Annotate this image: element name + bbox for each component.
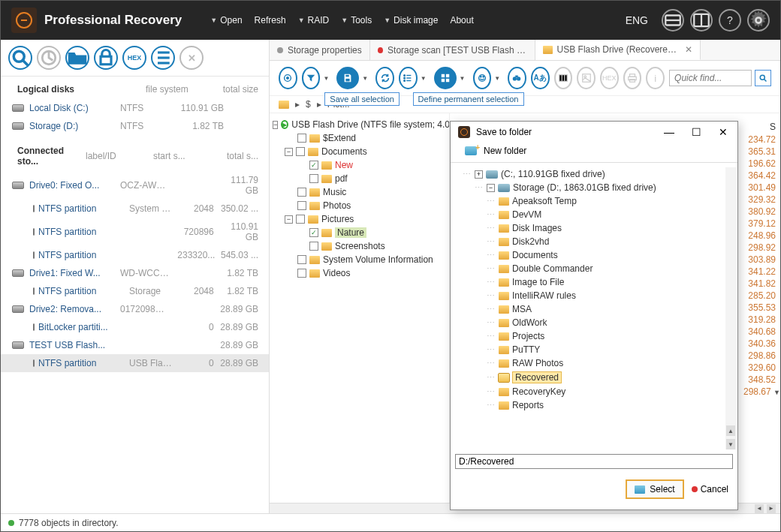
info-icon[interactable]: i (646, 67, 665, 89)
dialog-folder-row[interactable]: ⋯Image to File (487, 275, 734, 289)
dialog-folder-row[interactable]: ⋯MSA (487, 302, 734, 316)
tab[interactable]: USB Flash Drive (Recovered a...✕ (535, 40, 701, 60)
dialog-drive-row[interactable]: ⋯−Storage (D:, 1863.01GB fixed drive) (475, 181, 734, 194)
checkbox[interactable] (297, 188, 306, 197)
expand-icon[interactable]: + (475, 170, 483, 179)
scroll-down-icon[interactable]: ▼ (726, 439, 735, 449)
target-icon[interactable] (279, 67, 297, 89)
menu-tools[interactable]: ▼Tools (335, 12, 378, 29)
checkbox[interactable] (297, 255, 306, 264)
binoculars-icon[interactable] (508, 67, 526, 89)
partition-row[interactable]: NTFS partitionStorage20481.82 TB (1, 282, 269, 300)
tab[interactable]: Storage properties (270, 40, 370, 60)
tree-item[interactable]: −Pictures (285, 212, 446, 226)
language-button[interactable]: ENG (626, 14, 648, 26)
partition-row[interactable]: NTFS partitionUSB Flash ...028.89 GB (1, 354, 269, 372)
dialog-folder-row[interactable]: ⋯Recovered (487, 370, 734, 385)
collapse-icon[interactable]: − (273, 121, 278, 129)
hex-icon[interactable]: HEX (122, 46, 146, 70)
tree-item[interactable]: ✓Nature (297, 226, 446, 239)
new-folder-button[interactable]: New folder (451, 143, 737, 162)
dropdown-icon[interactable]: ▼ (421, 75, 427, 82)
select-button[interactable]: Select (626, 479, 683, 499)
tab[interactable]: Storage scan [TEST USB Flash Driv... (370, 40, 535, 60)
dropdown-icon[interactable]: ▼ (494, 75, 500, 82)
maximize-button[interactable]: ☐ (689, 126, 703, 138)
dropdown-icon[interactable]: ▼ (323, 75, 329, 82)
close-icon[interactable]: ✕ (179, 46, 204, 70)
drive-row[interactable]: TEST USB Flash...28.89 GB (1, 336, 269, 354)
quick-find-button[interactable] (755, 70, 771, 86)
tree-item[interactable]: Photos (285, 199, 446, 212)
save-button[interactable] (336, 67, 359, 89)
checkbox[interactable] (296, 147, 305, 156)
partition-row[interactable]: NTFS partition233320...545.03 ... (1, 246, 269, 264)
mask-icon[interactable] (473, 67, 492, 89)
checkbox[interactable]: ✓ (309, 228, 318, 237)
drive-row[interactable]: Drive1: Fixed W...WD-WCC1...1.82 TB (1, 264, 269, 282)
columns-icon[interactable] (554, 67, 573, 89)
dialog-folder-row[interactable]: ⋯Apeaksoft Temp (487, 194, 734, 208)
checkbox[interactable] (309, 242, 318, 251)
drive-row[interactable]: Drive0: Fixed O...OCZ-AWNZ...111.79 GB (1, 171, 269, 200)
dropdown-icon[interactable]: ▼ (460, 75, 466, 82)
view-split-button[interactable] (690, 9, 713, 32)
dialog-folder-row[interactable]: ⋯Disk Images (487, 221, 734, 235)
dialog-folder-row[interactable]: ⋯Projects (487, 329, 734, 343)
text-case-icon[interactable]: Aあ (531, 67, 550, 89)
view-card-button[interactable] (662, 9, 684, 32)
checkbox[interactable] (297, 201, 306, 210)
close-button[interactable]: ✕ (716, 126, 730, 138)
checklist-icon[interactable] (399, 67, 418, 89)
menu-open[interactable]: ▼Open (204, 12, 248, 29)
dialog-folder-row[interactable]: ⋯OldWork (487, 316, 734, 329)
tab-close-icon[interactable]: ✕ (685, 44, 692, 55)
menu-raid[interactable]: ▼RAID (292, 12, 336, 29)
checkbox[interactable] (297, 269, 306, 278)
quick-find-input[interactable] (669, 70, 752, 86)
checkbox[interactable] (297, 134, 306, 143)
dialog-folder-row[interactable]: ⋯Disk2vhd (487, 235, 734, 248)
scroll-left-icon[interactable]: ◄ (755, 504, 764, 513)
print-icon[interactable] (623, 67, 642, 89)
drive-row[interactable]: Drive2: Remova...017209888...28.89 GB (1, 300, 269, 318)
dropdown-icon[interactable]: ▼ (362, 75, 368, 82)
checkbox[interactable] (309, 174, 318, 183)
tree-item[interactable]: Videos (285, 266, 446, 280)
logical-disk-row[interactable]: Storage (D:)NTFS1.82 TB (1, 117, 269, 135)
dialog-folder-row[interactable]: ⋯RecoveryKey (487, 385, 734, 398)
dialog-tree[interactable]: ⋯+(C:, 110.91GB fixed drive)⋯−Storage (D… (451, 162, 737, 454)
search-icon[interactable] (8, 46, 32, 70)
scroll-up-icon[interactable]: ▲ (726, 425, 735, 436)
tree-item[interactable]: $Extend (285, 131, 446, 145)
filter-icon[interactable] (302, 67, 321, 89)
list-icon[interactable] (151, 46, 175, 70)
collapse-icon[interactable]: − (487, 184, 495, 192)
menu-disk image[interactable]: ▼Disk image (378, 12, 444, 29)
refresh-icon[interactable] (375, 67, 394, 89)
hex-view-icon[interactable]: HEX (600, 67, 619, 89)
open-folder-icon[interactable] (65, 46, 89, 70)
menu-refresh[interactable]: Refresh (249, 12, 292, 29)
scroll-right-icon[interactable]: ► (767, 504, 776, 513)
tree-item[interactable]: Music (285, 185, 446, 199)
collapse-icon[interactable]: − (285, 215, 293, 224)
minimize-button[interactable]: — (662, 126, 676, 138)
cancel-button[interactable]: Cancel (692, 484, 728, 494)
collapse-icon[interactable]: − (285, 148, 293, 156)
dialog-folder-row[interactable]: ⋯DevVM (487, 208, 734, 221)
checkbox[interactable] (296, 215, 305, 224)
folder-tree[interactable]: − ▶ USB Flash Drive (NTFS file system; 4… (270, 113, 450, 503)
scan-icon[interactable] (37, 46, 61, 70)
dialog-folder-row[interactable]: ⋯Double Commander (487, 262, 734, 275)
menu-about[interactable]: About (444, 12, 479, 29)
tree-item[interactable]: ✓New (297, 158, 446, 172)
dialog-scrollbar[interactable]: ▲ ▼ (725, 167, 736, 449)
tree-root[interactable]: − ▶ USB Flash Drive (NTFS file system; 4… (273, 118, 446, 131)
dialog-folder-row[interactable]: ⋯RAW Photos (487, 356, 734, 370)
tree-item[interactable]: Screenshots (297, 239, 446, 253)
partition-row[interactable]: NTFS partition720896110.91 GB (1, 218, 269, 246)
dialog-folder-row[interactable]: ⋯Reports (487, 398, 734, 412)
dialog-folder-row[interactable]: ⋯PuTTY (487, 343, 734, 356)
logical-disk-row[interactable]: Local Disk (C:)NTFS110.91 GB (1, 99, 269, 117)
